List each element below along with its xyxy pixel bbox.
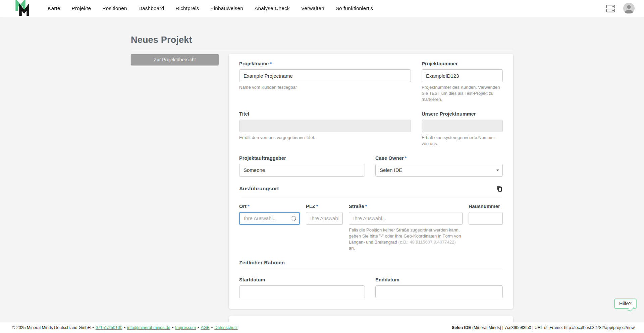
startdatum-field: Startdatum — [239, 277, 365, 298]
nav-item-so-funktionierts[interactable]: So funktioniert's — [336, 5, 373, 11]
projektauftraggeber-label: Projektauftraggeber — [239, 155, 365, 161]
projektnummer-helper: Projektnummer des Kunden. Verwenden Sie … — [422, 84, 503, 103]
footer-status-detail: (Mineral Minds) | 7ce360e83fb0 | URL of … — [471, 325, 635, 330]
logo-icon — [15, 0, 34, 17]
hausnummer-field: Hausnummer — [469, 204, 503, 251]
mineral-minds-logo[interactable] — [15, 0, 34, 17]
bullet-separator: • — [211, 325, 213, 330]
case-owner-field: Case Owner* Selen IDE — [375, 155, 503, 177]
back-to-overview-button[interactable]: Zur Projektübersicht — [131, 54, 219, 65]
unsere-projektnummer-field: Unsere Projektnummer Erhält eine systemg… — [422, 111, 503, 147]
nav-item-richtpreis[interactable]: Richtpreis — [175, 5, 199, 11]
help-button[interactable]: Hilfe? — [614, 298, 637, 309]
main-nav: Karte Projekte Positionen Dashboard Rich… — [48, 5, 606, 11]
unsere-projektnummer-label: Unsere Projektnummer — [422, 111, 503, 117]
footer-link-datenschutz[interactable]: Datenschutz — [214, 325, 237, 330]
footer-phone-link[interactable]: 07151/250100 — [96, 325, 122, 330]
titel-field: Titel Erhält den von uns vorgegebenen Ti… — [239, 111, 411, 147]
projektname-input[interactable] — [239, 69, 411, 82]
projektname-field: Projektname* Name vom Kunden festlegbar — [239, 61, 411, 103]
case-owner-value: Selen IDE — [380, 167, 402, 173]
loading-spinner-icon — [291, 216, 296, 221]
plz-input[interactable] — [306, 212, 343, 225]
divider — [239, 269, 503, 269]
strasse-field: Straße* Falls die Position keiner Straße… — [349, 204, 463, 251]
projektname-label: Projektname* — [239, 61, 411, 66]
enddatum-field: Enddatum — [375, 277, 503, 298]
nav-item-verwalten[interactable]: Verwalten — [301, 5, 324, 11]
nav-item-einbauweisen[interactable]: Einbauweisen — [210, 5, 243, 11]
required-asterisk: * — [365, 204, 367, 209]
required-asterisk: * — [316, 204, 318, 209]
hausnummer-label: Hausnummer — [469, 204, 503, 209]
project-form-card: Projektname* Name vom Kunden festlegbar … — [229, 54, 513, 309]
strasse-helper: Falls die Position keiner Straße zugeord… — [349, 227, 463, 251]
server-icon[interactable] — [606, 5, 615, 12]
bullet-separator: • — [124, 325, 125, 330]
footer-email-link[interactable]: info@mineral-minds.de — [127, 325, 170, 330]
chevron-down-icon — [496, 170, 499, 171]
footer-left: © 2025 Mineral Minds Deutschland GmbH•07… — [12, 325, 238, 330]
enddatum-input[interactable] — [375, 285, 503, 298]
strasse-label: Straße* — [349, 204, 463, 209]
footer-status-user: Selen IDE — [452, 325, 471, 330]
titel-input — [239, 120, 411, 132]
nav-item-karte[interactable]: Karte — [48, 5, 60, 11]
titel-label: Titel — [239, 111, 411, 117]
projektauftraggeber-input[interactable] — [239, 164, 365, 177]
footer-link-impressum[interactable]: Impressum — [175, 325, 196, 330]
plz-field: PLZ* — [306, 204, 343, 251]
bullet-separator: • — [172, 325, 173, 330]
footer-link-agb[interactable]: AGB — [201, 325, 209, 330]
content-area: Neues Projekt Zur Projektübersicht Proje… — [0, 17, 644, 322]
projektnummer-label: Projektnummer — [422, 61, 503, 66]
required-asterisk: * — [270, 61, 272, 66]
unsere-projektnummer-input — [422, 120, 503, 132]
case-owner-label: Case Owner* — [375, 155, 503, 161]
firmendaten-card: Firmendaten — [229, 316, 513, 322]
unsere-projektnummer-helper: Erhält eine systemgenerierte Nummer von … — [422, 135, 503, 147]
nav-item-analyse-check[interactable]: Analyse Check — [255, 5, 290, 11]
startdatum-label: Startdatum — [239, 277, 365, 282]
strasse-input[interactable] — [349, 212, 463, 225]
ort-field: Ort* — [239, 204, 300, 251]
footer: © 2025 Mineral Minds Deutschland GmbH•07… — [0, 322, 644, 333]
ort-input[interactable] — [239, 212, 300, 225]
bullet-separator: • — [198, 325, 199, 330]
projektauftraggeber-field: Projektauftraggeber — [239, 155, 365, 177]
titel-helper: Erhält den von uns vorgegebenen Titel. — [239, 135, 411, 141]
required-asterisk: * — [248, 204, 250, 209]
copyright-text: © 2025 Mineral Minds Deutschland GmbH — [12, 325, 91, 330]
header-actions — [606, 3, 635, 14]
projektnummer-field: Projektnummer Projektnummer des Kunden. … — [422, 61, 503, 103]
hausnummer-input[interactable] — [469, 212, 503, 225]
nav-item-dashboard[interactable]: Dashboard — [139, 5, 164, 11]
projektname-helper: Name vom Kunden festlegbar — [239, 84, 411, 90]
ort-label: Ort* — [239, 204, 300, 209]
page-title: Neues Projekt — [131, 35, 513, 49]
enddatum-label: Enddatum — [375, 277, 503, 282]
nav-item-positionen[interactable]: Positionen — [102, 5, 127, 11]
case-owner-select[interactable]: Selen IDE — [375, 164, 503, 177]
required-asterisk: * — [405, 155, 407, 161]
divider — [239, 196, 503, 196]
section-zeitlicher-rahmen: Zeitlicher Rahmen — [239, 260, 285, 266]
top-nav: Karte Projekte Positionen Dashboard Rich… — [0, 0, 644, 17]
plz-label: PLZ* — [306, 204, 343, 209]
startdatum-input[interactable] — [239, 285, 365, 298]
projektnummer-input[interactable] — [422, 69, 503, 82]
bullet-separator: • — [92, 325, 94, 330]
section-ausfuehrungsort: Ausführungsort — [239, 186, 279, 192]
avatar-icon[interactable] — [623, 3, 635, 14]
copy-icon[interactable] — [496, 185, 503, 192]
footer-status: Selen IDE (Mineral Minds) | 7ce360e83fb0… — [452, 325, 635, 330]
nav-item-projekte[interactable]: Projekte — [72, 5, 91, 11]
